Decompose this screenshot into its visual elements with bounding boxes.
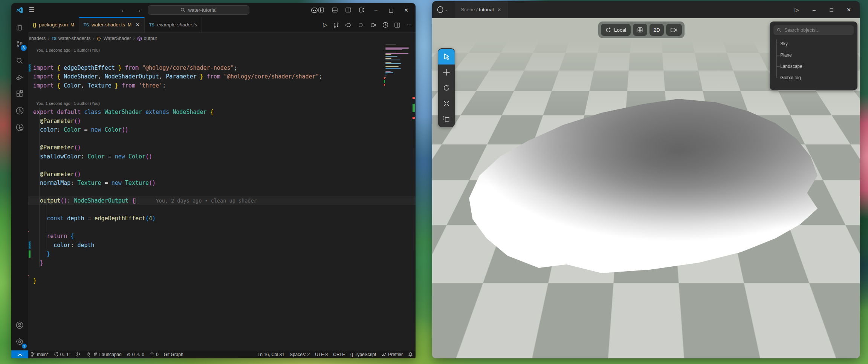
remote-indicator[interactable]: >< <box>11 350 28 358</box>
code-line-1[interactable]: 1 <box>11 55 416 64</box>
play-button[interactable]: ▷ <box>790 4 804 15</box>
run-debug-icon[interactable] <box>11 69 28 86</box>
tab-water-shader.ts[interactable]: TSwater-shader.tsM✕ <box>79 17 145 32</box>
code-line-11[interactable]: 11 shallowColor: Color = new Color() <box>11 152 416 161</box>
code-line-10[interactable]: 10 @Parameter() <box>11 143 416 152</box>
scene-object-landscape[interactable]: Landscape <box>780 61 854 72</box>
camera-button[interactable] <box>666 24 682 36</box>
search-icon[interactable] <box>11 52 28 69</box>
command-center-search[interactable]: water-tutorial <box>148 5 249 15</box>
minimize-button[interactable]: – <box>807 4 821 15</box>
code-line-22[interactable]: 22 } <box>11 250 416 259</box>
code-line-15[interactable]: 15 <box>11 187 416 197</box>
tab-close-icon[interactable]: ✕ <box>136 22 140 28</box>
scene-object-plane[interactable]: Plane <box>780 49 854 61</box>
indentation-status[interactable]: Spaces: 2 <box>287 350 312 358</box>
2d-mode-button[interactable]: 2D <box>649 24 664 36</box>
code-line-3[interactable]: 3import { NodeShader, NodeShaderOutput, … <box>11 72 416 81</box>
code-line-9[interactable]: 9 <box>11 134 416 143</box>
code-line-21[interactable]: 21 color: depth <box>11 241 416 250</box>
rect-transform-tool[interactable] <box>438 111 455 126</box>
code-line-12[interactable]: 12 <box>11 161 416 170</box>
code-line-20[interactable]: 20 return { <box>11 232 416 241</box>
code-line-6[interactable]: 6export default class WaterShader extend… <box>11 108 416 117</box>
close-button[interactable]: ✕ <box>842 4 856 15</box>
code-line-2[interactable]: 2import { edgeDepthEffect } from "@holog… <box>11 63 416 72</box>
minimize-button[interactable]: – <box>370 7 382 13</box>
code-line-14[interactable]: 14 normalMap: Texture = new Texture() <box>11 179 416 188</box>
toggle-secondary-sidebar-icon[interactable] <box>342 5 354 15</box>
compare-changes-icon[interactable] <box>333 22 339 28</box>
nav-back-circle-icon[interactable] <box>345 22 351 28</box>
nav-dot-circle-icon[interactable] <box>358 22 364 28</box>
scene-tab[interactable]: Scene / tutorial ✕ <box>455 1 508 18</box>
nav-forward-circle-icon[interactable] <box>370 22 376 28</box>
search-objects-input[interactable]: Search objects... <box>773 25 854 35</box>
code-line-8[interactable]: 8 color: Color = new Color() <box>11 126 416 135</box>
maximize-button[interactable]: □ <box>824 4 839 15</box>
breadcrumb-item-WaterShader[interactable]: WaterShader <box>96 36 131 41</box>
git-sync-status[interactable]: 0↓ 1↑ <box>51 350 74 358</box>
scene-object-global-fog[interactable]: Global fog <box>780 72 854 83</box>
git-fetch-action[interactable] <box>73 350 84 358</box>
breadcrumb-item-water-shader.ts[interactable]: TSwater-shader.ts <box>52 36 90 41</box>
notifications-bell[interactable] <box>405 350 416 358</box>
breadcrumb-item-shaders[interactable]: shaders <box>29 36 46 41</box>
cursor-position-status[interactable]: Ln 16, Col 31 <box>255 350 287 358</box>
close-button[interactable]: ✕ <box>400 7 413 13</box>
maximize-button[interactable]: ▢ <box>385 7 397 13</box>
select-tool[interactable] <box>438 49 455 65</box>
menu-hamburger-icon[interactable]: ☰ <box>29 6 35 14</box>
code-line-17[interactable]: 17 <box>11 205 416 214</box>
code-line-4[interactable]: 4import { Color, Texture } from 'three'; <box>11 81 416 90</box>
grid-snap-button[interactable] <box>633 24 647 36</box>
code-line-23[interactable]: 23 } <box>11 258 416 267</box>
move-tool[interactable] <box>438 65 455 80</box>
accounts-icon[interactable] <box>11 317 28 333</box>
code-editor[interactable]: You, 1 second ago | 1 author (You)12impo… <box>11 44 416 350</box>
tab-example-shader.ts[interactable]: TSexample-shader.ts <box>145 17 202 32</box>
tab-package.json[interactable]: {}package.jsonM <box>28 17 79 32</box>
code-line-18[interactable]: 18 const depth = edgeDepthEffect(4) <box>11 214 416 223</box>
launchpad-status[interactable]: Launchpad <box>84 350 124 358</box>
git-graph-status[interactable]: Git Graph <box>161 350 186 358</box>
timeline-history-icon[interactable] <box>382 22 388 28</box>
scale-tool[interactable] <box>438 95 455 111</box>
breadcrumb-item-output[interactable]: output <box>137 36 157 41</box>
minimap[interactable] <box>385 44 410 89</box>
language-status[interactable]: {}TypeScript <box>348 350 379 358</box>
code-line-25[interactable]: 25} <box>11 276 416 285</box>
code-line-19[interactable]: 19 <box>11 223 416 232</box>
code-line-13[interactable]: 13 @Parameter() <box>11 170 416 179</box>
code-line-7[interactable]: 7 @Parameter() <box>11 117 416 126</box>
run-file-icon[interactable]: ▷ <box>323 22 327 28</box>
rotate-tool[interactable] <box>438 80 455 95</box>
explorer-icon[interactable] <box>11 19 28 36</box>
git-history-icon[interactable] <box>11 119 28 135</box>
nav-back-arrow[interactable]: ← <box>121 6 127 14</box>
code-line-16[interactable]: 16 output(): NodeShaderOutput {You, 2 da… <box>11 197 416 206</box>
toggle-sidebar-icon[interactable] <box>315 5 327 15</box>
scene-object-sky[interactable]: Sky <box>780 38 854 49</box>
split-editor-icon[interactable] <box>394 23 400 28</box>
tab-close-icon[interactable]: ✕ <box>497 7 501 12</box>
nav-forward-arrow[interactable]: → <box>135 6 142 14</box>
formatter-status[interactable]: Prettier <box>379 350 405 358</box>
settings-gear-icon[interactable]: 1 <box>11 333 28 350</box>
transform-space-button[interactable]: Local <box>601 24 631 36</box>
customize-layout-icon[interactable] <box>356 5 367 15</box>
editor3d-logo[interactable]: ⌄ <box>437 6 448 13</box>
git-branch-status[interactable]: main* <box>28 350 51 358</box>
source-control-icon[interactable]: 8 <box>11 36 28 52</box>
git-graph-view-icon[interactable] <box>11 102 28 119</box>
encoding-status[interactable]: UTF-8 <box>312 350 330 358</box>
more-actions-icon[interactable]: ⋯ <box>406 22 412 28</box>
extensions-icon[interactable] <box>11 86 28 102</box>
codelens-blame[interactable]: You, 1 second ago | 1 author (You) <box>11 46 416 55</box>
code-line-5[interactable]: 5 <box>11 90 416 99</box>
ports-status[interactable]: 0 <box>147 350 161 358</box>
code-line-24[interactable]: 24 <box>11 267 416 276</box>
eol-status[interactable]: CRLF <box>330 350 347 358</box>
problems-status[interactable]: ⊘0 ⚠0 <box>124 350 147 358</box>
viewport-3d[interactable]: Local 2D Search objects... SkyPlaneLands… <box>432 18 860 358</box>
